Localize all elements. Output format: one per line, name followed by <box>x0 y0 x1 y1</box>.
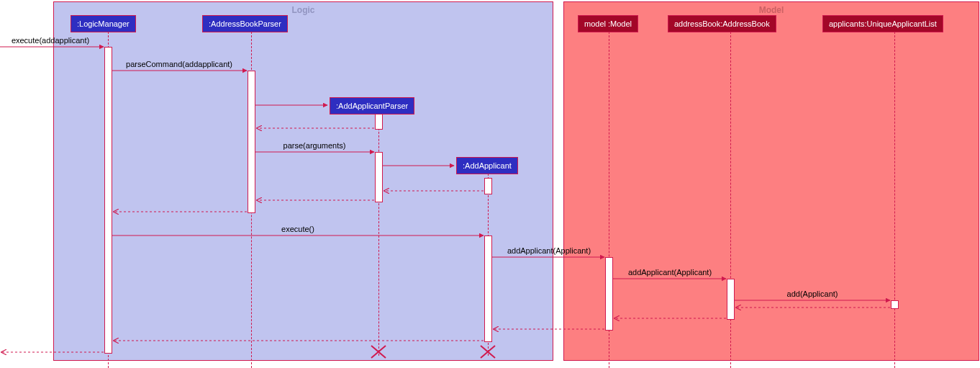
activation-addapplicant-2 <box>484 235 492 342</box>
participant-addressbookparser: :AddressBookParser <box>202 15 288 32</box>
participant-model: model :Model <box>578 15 638 32</box>
activation-addressbookparser <box>248 71 255 213</box>
participant-applicants: applicants:UniqueApplicantList <box>822 15 943 32</box>
frame-model: Model <box>563 1 979 361</box>
activation-addapplicantparser-2 <box>375 152 383 202</box>
lifeline-applicants <box>894 32 895 368</box>
activation-applicants <box>891 300 899 309</box>
participant-addapplicantparser: :AddApplicantParser <box>330 97 414 115</box>
activation-addressbook <box>727 279 735 320</box>
frame-logic: Logic <box>53 1 553 361</box>
participant-addressbook: addressBook:AddressBook <box>668 15 776 32</box>
activation-model <box>605 257 613 331</box>
sequence-diagram: Logic Model :LogicManager :AddressBookPa… <box>0 0 980 368</box>
participant-logicmanager: :LogicManager <box>71 15 136 32</box>
participant-addapplicant: :AddApplicant <box>456 157 518 174</box>
activation-logicmanager <box>104 47 112 354</box>
lifeline-addapplicantparser <box>378 114 379 356</box>
activation-addapplicantparser-1 <box>375 114 383 130</box>
frame-logic-title: Logic <box>54 5 553 15</box>
frame-model-title: Model <box>564 5 979 15</box>
activation-addapplicant-1 <box>484 178 492 194</box>
